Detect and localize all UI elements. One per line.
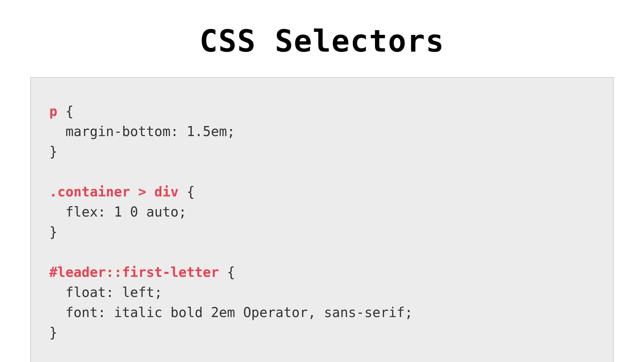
blank-line bbox=[49, 162, 595, 182]
slide-title: CSS Selectors bbox=[200, 23, 444, 59]
css-declaration: flex: 1 0 auto; bbox=[49, 202, 595, 222]
code-line: .container > div { bbox=[49, 182, 595, 202]
css-selector: p bbox=[49, 104, 57, 119]
brace-open: { bbox=[57, 104, 73, 119]
css-selector: #leader::first-letter bbox=[49, 264, 219, 280]
code-example-block: p { margin-bottom: 1.5em; } .container >… bbox=[30, 77, 614, 362]
css-declaration: margin-bottom: 1.5em; bbox=[49, 121, 595, 141]
css-declaration: font: italic bold 2em Operator, sans-ser… bbox=[49, 302, 595, 322]
brace-close: } bbox=[49, 222, 595, 242]
brace-close: } bbox=[49, 141, 595, 162]
brace-close: } bbox=[49, 322, 595, 343]
brace-open: { bbox=[219, 264, 235, 280]
code-line: p { bbox=[49, 101, 595, 121]
css-selector: .container > div bbox=[49, 184, 178, 199]
brace-open: { bbox=[178, 184, 195, 199]
blank-line bbox=[49, 242, 595, 262]
code-line: #leader::first-letter { bbox=[49, 262, 595, 282]
css-declaration: float: left; bbox=[49, 282, 595, 302]
